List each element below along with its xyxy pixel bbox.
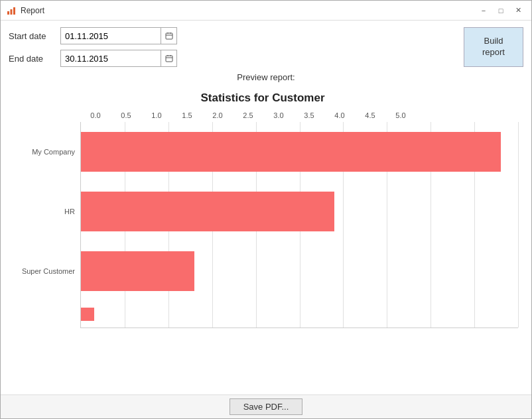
start-date-input-wrapper [60,27,177,44]
minimize-button[interactable]: − [476,4,492,17]
x-axis-label: 3.0 [263,111,294,119]
x-axis-label: 3.5 [294,111,324,119]
chart-area: 0.00.51.01.52.02.53.03.54.04.55.0 My Com… [14,111,518,328]
form-fields: Start date [9,27,177,67]
content-area: Start date [1,21,531,418]
x-axis-label: 0.0 [80,111,111,119]
save-pdf-bar: Save PDF... [1,394,531,418]
bar-row [81,182,518,241]
top-controls: Start date [1,21,531,71]
chart-body: My CompanyHRSuper Customer [14,122,518,328]
svg-rect-2 [13,7,15,15]
x-axis-label: 4.0 [324,111,355,119]
svg-rect-0 [7,11,9,15]
start-date-input[interactable] [61,29,161,43]
bar [81,308,94,321]
start-date-label: Start date [9,31,55,41]
maximize-button[interactable]: □ [493,4,509,17]
end-date-label: End date [9,54,55,64]
bars-area [80,122,518,328]
svg-rect-7 [166,56,172,62]
close-button[interactable]: ✕ [510,4,526,17]
title-bar-left: Report [6,5,44,16]
x-axis-labels: 0.00.51.01.52.02.53.03.54.04.55.0 [80,111,518,119]
title-bar: Report − □ ✕ [1,1,531,21]
x-axis-label: 1.5 [172,111,202,119]
x-axis-label: 2.0 [202,111,233,119]
x-axis-label: 1.0 [141,111,172,119]
end-date-input[interactable] [61,52,161,66]
x-axis-label: 0.5 [111,111,141,119]
end-date-row: End date [9,50,177,67]
svg-rect-1 [11,9,13,15]
window-title: Report [21,6,44,15]
end-date-input-wrapper [60,50,177,67]
x-axis-label: 5.0 [385,111,416,119]
start-date-calendar-button[interactable] [161,28,176,44]
grid-line [518,122,519,328]
save-pdf-button[interactable]: Save PDF... [230,398,303,415]
build-report-button[interactable]: Build report [464,27,523,67]
y-label: My Company [32,122,75,182]
chart-container: Statistics for Customer 0.00.51.01.52.02… [1,85,531,394]
bar [81,192,334,231]
y-labels: My CompanyHRSuper Customer [14,122,80,328]
bar-row [81,241,518,301]
title-bar-controls: − □ ✕ [476,4,526,17]
preview-label: Preview report: [1,71,531,85]
bar-row [81,122,518,182]
y-label: Super Customer [22,241,75,301]
main-window: Report − □ ✕ Start date [0,0,532,419]
svg-rect-3 [166,33,172,39]
end-date-calendar-button[interactable] [161,50,176,66]
start-date-row: Start date [9,27,177,44]
chart-title: Statistics for Customer [7,91,518,105]
y-label: HR [64,182,75,241]
chart-inner: Statistics for Customer 0.00.51.01.52.02… [1,85,531,394]
bar [81,251,194,291]
x-axis-label: 4.5 [355,111,385,119]
chart-scroll-area[interactable]: Statistics for Customer 0.00.51.01.52.02… [1,85,531,394]
x-axis-label: 2.5 [233,111,263,119]
app-icon [6,5,17,16]
bar-row [81,301,518,328]
bar [81,132,501,172]
